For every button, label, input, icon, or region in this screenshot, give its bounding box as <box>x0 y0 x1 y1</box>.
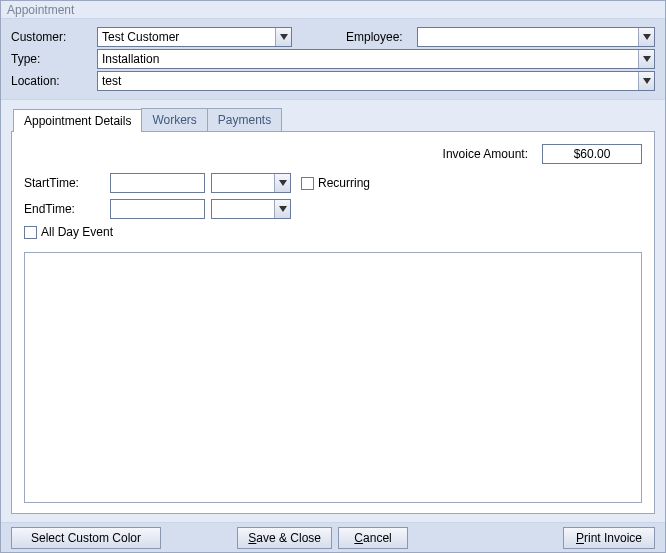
allday-label: All Day Event <box>41 225 113 239</box>
employee-dropdown-button[interactable] <box>638 28 654 46</box>
endtime-date-input[interactable] <box>110 199 205 219</box>
tabs-area: Appointment Details Workers Payments Inv… <box>1 100 665 522</box>
location-combo[interactable] <box>97 71 655 91</box>
endtime-label: EndTime: <box>24 202 104 216</box>
chevron-down-icon <box>279 206 287 212</box>
location-input[interactable] <box>98 72 638 90</box>
recurring-checkbox[interactable]: Recurring <box>301 176 370 190</box>
button-label: Print Invoice <box>576 531 642 545</box>
employee-input[interactable] <box>418 28 638 46</box>
checkbox-box <box>301 177 314 190</box>
bottom-bar: Select Custom Color Save & Close Cancel … <box>1 522 665 552</box>
chevron-down-icon <box>279 180 287 186</box>
type-dropdown-button[interactable] <box>638 50 654 68</box>
customer-label: Customer: <box>11 30 91 44</box>
print-invoice-button[interactable]: Print Invoice <box>563 527 655 549</box>
window-title: Appointment <box>7 3 74 17</box>
select-custom-color-button[interactable]: Select Custom Color <box>11 527 161 549</box>
chevron-down-icon <box>643 78 651 84</box>
window-titlebar: Appointment <box>1 1 665 19</box>
save-and-close-button[interactable]: Save & Close <box>237 527 332 549</box>
appointment-window: Appointment Customer: Employee: Type: <box>0 0 666 553</box>
starttime-time-dropdown-button[interactable] <box>274 174 290 192</box>
chevron-down-icon <box>643 34 651 40</box>
tab-payments[interactable]: Payments <box>207 108 282 131</box>
customer-dropdown-button[interactable] <box>275 28 291 46</box>
button-label: Select Custom Color <box>31 531 141 545</box>
type-combo[interactable] <box>97 49 655 69</box>
starttime-date-input[interactable] <box>110 173 205 193</box>
customer-combo[interactable] <box>97 27 292 47</box>
invoice-amount-label: Invoice Amount: <box>443 147 528 161</box>
cancel-button[interactable]: Cancel <box>338 527 408 549</box>
button-label: Cancel <box>354 531 391 545</box>
recurring-label: Recurring <box>318 176 370 190</box>
invoice-amount-value: $60.00 <box>542 144 642 164</box>
starttime-label: StartTime: <box>24 176 104 190</box>
appointment-details-panel: Invoice Amount: $60.00 StartTime: Recurr… <box>11 131 655 514</box>
tab-workers[interactable]: Workers <box>141 108 207 131</box>
chevron-down-icon <box>280 34 288 40</box>
tab-appointment-details[interactable]: Appointment Details <box>13 109 142 132</box>
notes-area[interactable] <box>24 252 642 503</box>
location-dropdown-button[interactable] <box>638 72 654 90</box>
tab-label: Appointment Details <box>24 114 131 128</box>
employee-combo[interactable] <box>417 27 655 47</box>
chevron-down-icon <box>643 56 651 62</box>
button-label: Save & Close <box>248 531 321 545</box>
allday-checkbox[interactable]: All Day Event <box>24 225 113 239</box>
tabs: Appointment Details Workers Payments <box>13 108 655 131</box>
customer-input[interactable] <box>98 28 275 46</box>
endtime-time-dropdown-button[interactable] <box>274 200 290 218</box>
tab-label: Workers <box>152 113 196 127</box>
header-form: Customer: Employee: Type: <box>1 19 665 100</box>
type-label: Type: <box>11 52 91 66</box>
endtime-time-combo[interactable] <box>211 199 291 219</box>
employee-label: Employee: <box>346 30 403 44</box>
starttime-time-combo[interactable] <box>211 173 291 193</box>
endtime-time-input[interactable] <box>212 200 274 218</box>
location-label: Location: <box>11 74 91 88</box>
starttime-time-input[interactable] <box>212 174 274 192</box>
checkbox-box <box>24 226 37 239</box>
tab-label: Payments <box>218 113 271 127</box>
type-input[interactable] <box>98 50 638 68</box>
